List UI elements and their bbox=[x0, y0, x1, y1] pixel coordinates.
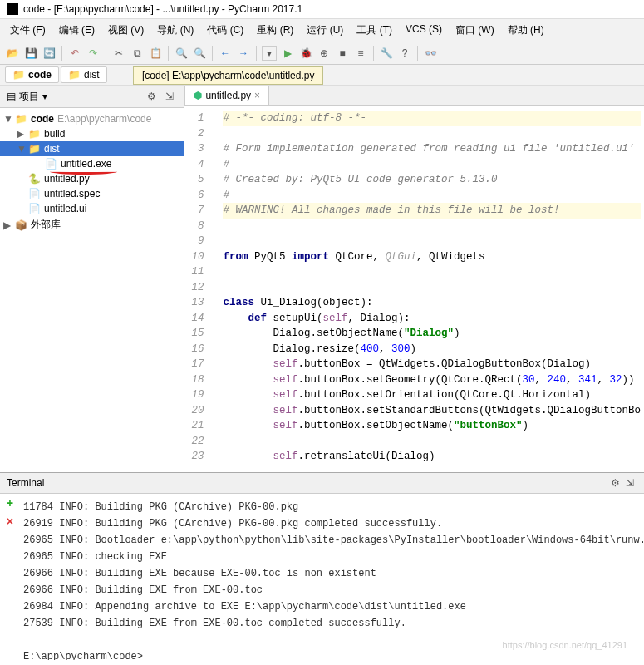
zoom-out-icon[interactable]: 🔍 bbox=[174, 46, 189, 61]
stop-icon[interactable]: ■ bbox=[335, 46, 350, 61]
back-icon[interactable]: ← bbox=[218, 46, 233, 61]
app-icon bbox=[7, 3, 18, 15]
tree-item[interactable]: 📄 untitled.ui bbox=[0, 201, 184, 216]
forward-icon[interactable]: → bbox=[236, 46, 251, 61]
tree-item[interactable]: ▼📁 code E:\app\pycharm\code bbox=[0, 111, 184, 126]
sidebar-header: ▤ 项目 ▾ ⚙ ⇲ bbox=[0, 86, 184, 108]
menu-item[interactable]: 帮助 (H) bbox=[503, 22, 549, 39]
menu-bar: 文件 (F)编辑 (E)视图 (V)导航 (N)代码 (C)重构 (R)运行 (… bbox=[0, 19, 644, 42]
sidebar-title: 项目 bbox=[19, 90, 39, 104]
line-gutter: 1234567891011121314151617181920212223 bbox=[184, 106, 209, 472]
menu-item[interactable]: 运行 (U) bbox=[302, 22, 348, 39]
tree-item[interactable]: 📄 untitled.spec bbox=[0, 186, 184, 201]
watermark: https://blog.csdn.net/qq_41291 bbox=[503, 640, 627, 650]
collapse-icon[interactable]: ⇲ bbox=[162, 89, 177, 104]
open-icon[interactable]: 📂 bbox=[5, 46, 20, 61]
search-icon[interactable]: 👓 bbox=[423, 46, 438, 61]
tree-item[interactable]: 📄 untitled.exe bbox=[0, 156, 184, 171]
cut-icon[interactable]: ✂ bbox=[111, 46, 126, 61]
tab-untitled[interactable]: ⬢ untitled.py × bbox=[184, 86, 269, 105]
menu-item[interactable]: 重构 (R) bbox=[252, 22, 298, 39]
menu-item[interactable]: 窗口 (W) bbox=[450, 22, 499, 39]
zoom-in-icon[interactable]: 🔍 bbox=[192, 46, 207, 61]
close-icon[interactable]: × bbox=[254, 90, 260, 101]
minimize-icon[interactable]: ⇲ bbox=[622, 475, 637, 490]
coverage-icon[interactable]: ≡ bbox=[353, 46, 368, 61]
redo-icon[interactable]: ↷ bbox=[86, 46, 101, 61]
help-icon[interactable]: ? bbox=[397, 46, 412, 61]
run-icon[interactable]: ▶ bbox=[280, 46, 295, 61]
new-terminal-icon[interactable]: + bbox=[7, 497, 13, 510]
folder-icon: ▤ bbox=[7, 91, 16, 102]
close-terminal-icon[interactable]: × bbox=[7, 515, 13, 529]
breadcrumb: 📁code 📁dist [code] E:\app\pycharm\code\u… bbox=[0, 65, 644, 86]
tree-item[interactable]: ▶📁 build bbox=[0, 126, 184, 141]
breadcrumb-item[interactable]: 📁dist bbox=[61, 66, 107, 83]
breadcrumb-item[interactable]: 📁code bbox=[5, 66, 59, 83]
project-sidebar: ▤ 项目 ▾ ⚙ ⇲ ▼📁 code E:\app\pycharm\code▶📁… bbox=[0, 86, 184, 472]
terminal-side: + × bbox=[0, 494, 20, 660]
attach-icon[interactable]: ⊕ bbox=[317, 46, 332, 61]
debug-icon[interactable]: 🐞 bbox=[298, 46, 313, 61]
gear-icon[interactable]: ⚙ bbox=[607, 475, 622, 490]
python-icon: ⬢ bbox=[194, 90, 202, 101]
terminal-title: Terminal bbox=[7, 477, 44, 489]
tab-label: untitled.py bbox=[205, 90, 251, 101]
paste-icon[interactable]: 📋 bbox=[148, 46, 163, 61]
terminal-panel: Terminal ⚙ ⇲ + × 11784 INFO: Building PK… bbox=[0, 472, 644, 660]
path-tooltip: [code] E:\app\pycharm\code\untitled.py bbox=[133, 66, 323, 85]
terminal-header: Terminal ⚙ ⇲ bbox=[0, 473, 644, 494]
tree-item[interactable]: ▶📦 外部库 bbox=[0, 216, 184, 234]
title-bar: code - [E:\app\pycharm\code] - ...\untit… bbox=[0, 0, 644, 19]
refresh-icon[interactable]: 🔄 bbox=[42, 46, 57, 61]
editor-tabs: ⬢ untitled.py × bbox=[184, 86, 644, 106]
window-title: code - [E:\app\pycharm\code] - ...\untit… bbox=[23, 3, 302, 15]
toolbar: 📂 💾 🔄 ↶ ↷ ✂ ⧉ 📋 🔍 🔍 ← → ▾ ▶ 🐞 ⊕ ■ ≡ 🔧 ? … bbox=[0, 42, 644, 65]
menu-item[interactable]: 工具 (T) bbox=[351, 22, 397, 39]
project-tree[interactable]: ▼📁 code E:\app\pycharm\code▶📁 build▼📁 di… bbox=[0, 108, 184, 472]
copy-icon[interactable]: ⧉ bbox=[130, 46, 145, 61]
gear-icon[interactable]: ⚙ bbox=[144, 89, 159, 104]
menu-item[interactable]: VCS (S) bbox=[401, 22, 447, 39]
editor-area: ⬢ untitled.py × 123456789101112131415161… bbox=[184, 86, 644, 472]
dropdown-icon[interactable]: ▾ bbox=[42, 91, 47, 102]
fold-column bbox=[209, 106, 219, 472]
dropdown-icon[interactable]: ▾ bbox=[262, 46, 277, 61]
menu-item[interactable]: 导航 (N) bbox=[152, 22, 199, 39]
menu-item[interactable]: 编辑 (E) bbox=[54, 22, 100, 39]
code-body[interactable]: # -*- coding: utf-8 -*- # Form implement… bbox=[219, 106, 644, 472]
undo-icon[interactable]: ↶ bbox=[67, 46, 82, 61]
code-editor[interactable]: 1234567891011121314151617181920212223 # … bbox=[184, 106, 644, 472]
save-icon[interactable]: 💾 bbox=[23, 46, 38, 61]
menu-item[interactable]: 文件 (F) bbox=[5, 22, 51, 39]
tree-item[interactable]: ▼📁 dist bbox=[0, 141, 184, 156]
menu-item[interactable]: 代码 (C) bbox=[202, 22, 248, 39]
settings-icon[interactable]: 🔧 bbox=[379, 46, 394, 61]
menu-item[interactable]: 视图 (V) bbox=[103, 22, 149, 39]
terminal-output[interactable]: 11784 INFO: Building PKG (CArchive) PKG-… bbox=[20, 494, 644, 660]
